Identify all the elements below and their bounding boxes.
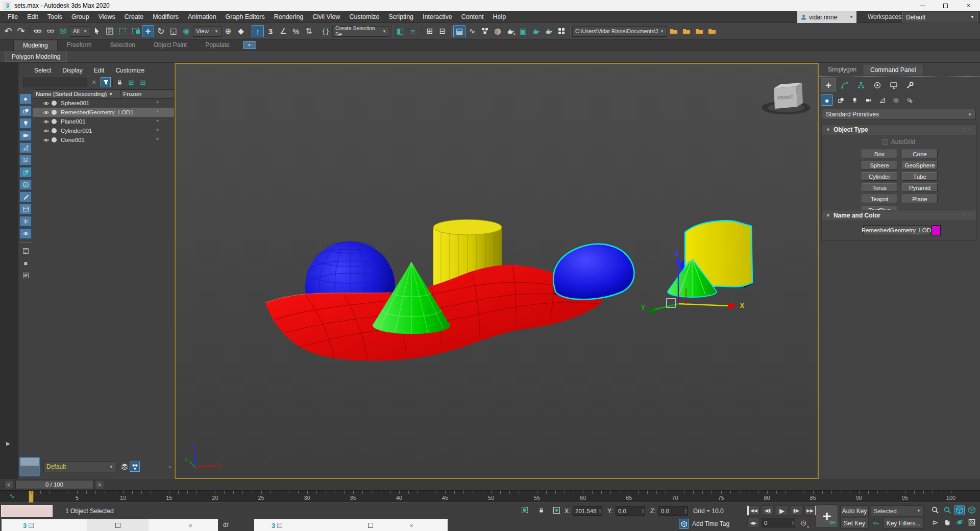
- show-hidden-button[interactable]: [19, 228, 32, 239]
- rectangular-selection-region-button[interactable]: [116, 25, 129, 37]
- workspace-dropdown[interactable]: Default ▼: [902, 12, 978, 22]
- schematic-toggle-button[interactable]: [130, 462, 140, 472]
- close-button[interactable]: ×: [175, 519, 206, 531]
- filter-helpers-button[interactable]: [19, 142, 32, 153]
- default-in-out-tangents-button[interactable]: [871, 518, 881, 528]
- zoom-extents-all-button[interactable]: [967, 505, 977, 515]
- filter-button[interactable]: [101, 77, 111, 87]
- menu-item-help[interactable]: Help: [488, 11, 511, 23]
- primitive-button-cone[interactable]: Cone: [902, 150, 938, 158]
- clear-search-button[interactable]: ×: [89, 77, 99, 87]
- window-crossing-toggle[interactable]: [129, 25, 141, 37]
- mirror-button[interactable]: ◧: [394, 25, 406, 37]
- show-frozen-button[interactable]: [19, 216, 32, 227]
- use-pivot-point-button[interactable]: ⊕: [222, 25, 234, 37]
- category-space-warps-button[interactable]: [890, 94, 902, 106]
- schematic-view-button[interactable]: [479, 25, 491, 37]
- explorer-menu-display[interactable]: Display: [58, 67, 87, 74]
- frozen-toggle-icon[interactable]: *: [156, 100, 159, 107]
- select-link-button[interactable]: [32, 25, 44, 37]
- render-setup-button[interactable]: ●: [504, 25, 517, 37]
- menu-item-customize[interactable]: Customize: [345, 11, 384, 23]
- edit-named-selection-sets-button[interactable]: { }: [320, 25, 332, 37]
- snaps-toggle[interactable]: 3: [264, 25, 277, 37]
- primitive-button-torus[interactable]: Torus: [862, 183, 897, 192]
- list-view-button[interactable]: [19, 246, 32, 256]
- primitive-button-box[interactable]: Box: [862, 150, 897, 158]
- rendered-frame-window-button[interactable]: ▣: [517, 25, 529, 37]
- zoom-button[interactable]: [930, 505, 940, 515]
- primitive-button-geosphere[interactable]: GeoSphere: [902, 161, 938, 170]
- frozen-toggle-icon[interactable]: *: [156, 127, 159, 135]
- maximize-button[interactable]: [87, 519, 149, 531]
- toggle-layer-explorer-button[interactable]: ⊟: [436, 25, 449, 37]
- toggle-ribbon-button[interactable]: ▤: [453, 25, 465, 37]
- project-structure-button[interactable]: [693, 25, 705, 37]
- explorer-row-sphere001[interactable]: Sphere001*: [33, 99, 174, 108]
- time-tag-icon-button[interactable]: [679, 519, 689, 529]
- key-filters-button[interactable]: Key Filters...: [883, 518, 924, 528]
- tab-command-panel[interactable]: Command Panel: [863, 64, 923, 75]
- select-by-name-button[interactable]: [104, 25, 116, 37]
- frozen-toggle-icon[interactable]: *: [156, 109, 159, 116]
- primitive-button-teapot[interactable]: Teapot: [862, 195, 897, 203]
- category-lights-button[interactable]: [848, 94, 861, 106]
- filter-groups-button[interactable]: [19, 167, 32, 178]
- frozen-toggle-icon[interactable]: *: [156, 136, 159, 144]
- spinner-arrows[interactable]: ▲▼: [642, 506, 644, 513]
- ribbon-overflow-button[interactable]: ▼: [243, 41, 256, 49]
- render-dot-icon[interactable]: [52, 101, 57, 106]
- select-object-button[interactable]: [91, 25, 103, 37]
- menu-item-file[interactable]: File: [3, 11, 22, 23]
- project-links-button[interactable]: [706, 25, 718, 37]
- category-shapes-button[interactable]: [835, 94, 847, 106]
- primitive-button-tube[interactable]: Tube: [902, 172, 938, 181]
- select-and-rotate-button[interactable]: ↻: [155, 25, 167, 37]
- toggle-scene-explorer-button[interactable]: ⊞: [424, 25, 436, 37]
- project-folder-dropdown[interactable]: C:\Users\Vidar Rinne\Documents\3ds Max 2…: [572, 26, 667, 37]
- render-in-cloud-button[interactable]: [543, 25, 555, 37]
- filter-shapes-button[interactable]: [19, 106, 32, 116]
- set-keys-button[interactable]: +: [816, 504, 838, 528]
- user-account-dropdown[interactable]: vidar.rinne ▼: [797, 11, 856, 23]
- category-helpers-button[interactable]: [876, 94, 888, 106]
- menu-item-graph-editors[interactable]: Graph Editors: [221, 11, 270, 23]
- object-type-rollout-header[interactable]: ▼ Object Type ⋮⋮: [822, 125, 976, 135]
- time-configuration-button[interactable]: ●: [798, 518, 808, 528]
- curve-editor-button[interactable]: ∿: [466, 25, 478, 37]
- filter-space-warps-button[interactable]: [19, 155, 32, 165]
- explorer-column-header[interactable]: Name (Sorted Descending) ▼ Frozen: [33, 89, 174, 99]
- next-frame-step-button[interactable]: ▮▶: [790, 505, 802, 516]
- ribbon-tab-object-paint[interactable]: Object Paint: [144, 40, 196, 51]
- primitive-category-dropdown[interactable]: Standard Primitives ▼: [822, 109, 976, 120]
- modify-tab[interactable]: [837, 78, 852, 92]
- menu-item-animation[interactable]: Animation: [183, 11, 221, 23]
- filter-xrefs-button[interactable]: [19, 204, 32, 214]
- expand-panel-arrow[interactable]: ▶: [6, 441, 10, 446]
- primitive-button-cylinder[interactable]: Cylinder: [862, 172, 897, 181]
- select-and-place-button[interactable]: ◉: [180, 25, 192, 37]
- named-selection-sets-dropdown[interactable]: Create Selection Se ▼: [332, 26, 389, 37]
- ribbon-tab-populate[interactable]: Populate: [196, 40, 238, 51]
- active-layer-dropdown[interactable]: Default ▼: [43, 462, 116, 472]
- key-mode-toggle[interactable]: ◀▶: [747, 518, 760, 528]
- unlink-selection-button[interactable]: [44, 25, 57, 37]
- orbit-button[interactable]: [954, 517, 965, 527]
- auto-key-button[interactable]: Auto Key: [840, 505, 869, 516]
- explorer-row-cylinder001[interactable]: Cylinder001*: [33, 126, 174, 135]
- spinner-arrows[interactable]: ▲▼: [684, 506, 687, 513]
- primitive-button-sphere[interactable]: Sphere: [862, 161, 897, 170]
- go-to-end-button[interactable]: ▶▶: [804, 505, 817, 516]
- perspective-viewport[interactable]: [ + ] [ Perspective ] [ Standard ] [ Edg…: [175, 63, 819, 479]
- menu-item-civil-view[interactable]: Civil View: [308, 11, 345, 23]
- menu-item-group[interactable]: Group: [67, 11, 94, 23]
- explorer-menu-select[interactable]: Select: [30, 67, 56, 74]
- render-dot-icon[interactable]: [52, 119, 57, 124]
- next-frame-button[interactable]: >: [95, 480, 104, 489]
- previous-frame-button[interactable]: <: [4, 480, 13, 489]
- absolute-mode-toggle[interactable]: [551, 505, 561, 515]
- primitive-button-plane[interactable]: Plane: [902, 195, 938, 203]
- maximize-viewport-toggle[interactable]: [967, 517, 977, 527]
- play-button[interactable]: ▶: [776, 505, 788, 516]
- undo-button[interactable]: ↶: [2, 25, 14, 37]
